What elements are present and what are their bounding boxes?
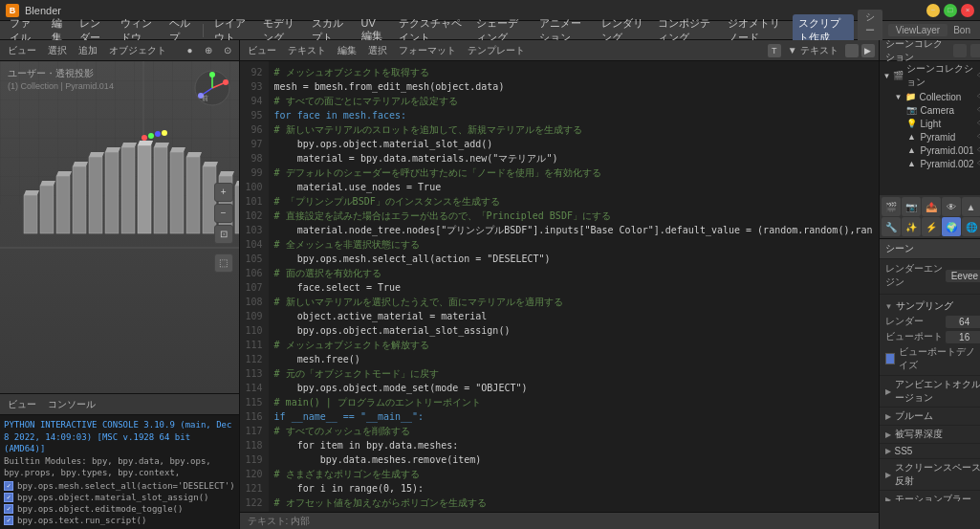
prop-icon-scene[interactable]: 🎬: [882, 197, 901, 216]
editor-select-menu[interactable]: 選択: [364, 43, 391, 58]
console-area: PYTHON INTERACTIVE CONSOLE 3.10.9 (main,…: [0, 414, 239, 529]
menu-bar: ファイル 編集 レンダー ウィンドウ ヘルプ レイアウト モデリング スカルプト…: [0, 21, 980, 40]
tree-item-pyramid002[interactable]: ▲ Pyramid.002 👁: [903, 157, 980, 170]
outliner-search-btn[interactable]: [953, 44, 967, 57]
console-output: PYTHON INTERACTIVE CONSOLE 3.10.9 (main,…: [0, 415, 239, 479]
section-triangle: ▶: [885, 412, 891, 421]
left-panel: ビュー 選択 追加 オブジェクト ● ⊕ ⊙: [0, 40, 240, 529]
sampling-triangle: ▼: [885, 302, 893, 311]
zoom-in-tool[interactable]: +: [214, 183, 233, 202]
viewport-mode-btn[interactable]: ●: [184, 44, 197, 56]
svg-marker-27: [170, 147, 185, 152]
outliner-filter-btn[interactable]: [970, 44, 980, 57]
console-cb-row-1: ✓ bpy.ops.mesh.select_all(action='DESELE…: [4, 481, 235, 491]
prop-icon-modifier[interactable]: 🔧: [882, 217, 901, 236]
tree-icon-collection: 📁: [904, 91, 916, 102]
top-right-label: Bon: [953, 25, 970, 35]
viewport-denoise-label: ビューポートデノイズ: [899, 345, 980, 372]
viewport-overlay-btn[interactable]: ⊕: [201, 44, 216, 56]
prop-icon-world[interactable]: 🌐: [962, 217, 980, 236]
local-view-tool[interactable]: ⬚: [214, 253, 233, 273]
right-panel: シーンコレクション ▼ 🎬 シーンコレクション 👁 ▼ 📁 Collection…: [880, 40, 980, 529]
viewport-label: ユーザー・透視投影 (1) Collection | Pyramid.014: [8, 67, 114, 91]
viewport-bottom-console[interactable]: コンソール: [44, 397, 99, 412]
prop-section-item[interactable]: ▶ スクリーンスペース反射: [880, 459, 980, 491]
viewport-bottom-view[interactable]: ビュー: [4, 397, 40, 412]
line-numbers: 9293949596979899100101102103104105106107…: [240, 61, 269, 512]
ortho-tool[interactable]: ⊡: [214, 225, 233, 244]
zoom-out-tool[interactable]: −: [214, 204, 233, 223]
tree-item-pyramid[interactable]: ▲ Pyramid 👁: [903, 130, 980, 143]
prop-icon-physics[interactable]: ⚡: [922, 217, 941, 236]
svg-marker-19: [40, 181, 55, 186]
section-label: スクリーンスペース反射: [895, 461, 980, 488]
prop-icon-object[interactable]: ▲: [962, 197, 980, 216]
editor-text-menu[interactable]: テキスト: [284, 43, 330, 58]
editor-view-menu[interactable]: ビュー: [244, 43, 280, 58]
section-triangle: ▶: [885, 447, 891, 455]
editor-format-menu[interactable]: フォーマット: [395, 43, 460, 58]
svg-rect-6: [73, 166, 86, 233]
checkbox-3[interactable]: ✓: [4, 504, 13, 514]
sampling-header[interactable]: ▼ サンプリング: [885, 298, 980, 315]
tree-item-light[interactable]: 💡 Light 👁: [903, 117, 980, 130]
editor-edit-menu[interactable]: 編集: [334, 43, 360, 58]
tree-item-collection[interactable]: ▼ 📁 Collection 👁: [891, 90, 980, 103]
code-area[interactable]: 9293949596979899100101102103104105106107…: [240, 61, 879, 512]
render-samples-value[interactable]: 64: [946, 316, 980, 328]
svg-rect-4: [40, 186, 54, 233]
viewport-3d[interactable]: ユーザー・透視投影 (1) Collection | Pyramid.014 前: [0, 61, 239, 393]
render-engine-label: レンダーエンジン: [885, 262, 946, 289]
prop-collapsible-sections: ▶ アンビエントオクルージョン ▶ ブルーム ▶ 被写界深度 ▶ SS5 ▶ ス…: [880, 376, 980, 501]
viewport-toolbar: ビュー 選択 追加 オブジェクト ● ⊕ ⊙: [0, 40, 239, 61]
svg-marker-24: [121, 143, 137, 147]
svg-marker-26: [154, 143, 169, 147]
run-script-btn[interactable]: ▶: [861, 44, 875, 57]
svg-point-43: [209, 72, 215, 77]
prop-icon-scene-active[interactable]: 🌍: [942, 217, 961, 236]
new-text-btn[interactable]: [845, 44, 859, 57]
tree-item-pyramid001[interactable]: ▲ Pyramid.001 👁: [903, 143, 980, 157]
prop-section-item[interactable]: ▶ アンビエントオクルージョン: [880, 376, 980, 408]
editor-template-menu[interactable]: テンプレート: [464, 43, 529, 58]
section-triangle: ▶: [885, 471, 891, 479]
checkbox-4[interactable]: ✓: [4, 516, 13, 525]
viewport-view-menu[interactable]: ビュー: [4, 43, 40, 58]
console-builtin-text: Builtin Modules: bpy, bpy.data, bpy.ops,…: [4, 455, 235, 479]
properties-panel: 🎬 📷 📤 👁 ▲ 🔧 ✨ ⚡ 🌍 🌐 シーン レンダーエンジン Eevee: [880, 195, 980, 501]
viewport-select-menu[interactable]: 選択: [44, 43, 71, 58]
console-history: ✓ bpy.ops.mesh.select_all(action='DESELE…: [0, 479, 239, 529]
prop-icon-output[interactable]: 📤: [922, 197, 941, 216]
editor-toolbar: ビュー テキスト 編集 選択 フォーマット テンプレート T ▼ テキスト ▶: [240, 40, 879, 61]
viewport-denoise-row: ビューポートデノイズ: [885, 345, 980, 372]
tree-icon-pyramid002: ▲: [906, 158, 918, 169]
viewport-gizmo-btn[interactable]: ⊙: [220, 44, 235, 56]
viewport-object-menu[interactable]: オブジェクト: [105, 43, 170, 58]
code-content[interactable]: # メッシュオブジェクトを取得するmesh = bmesh.from_edit_…: [269, 61, 879, 512]
prop-section-item[interactable]: ▶ モーションブラー: [880, 491, 980, 501]
tree-item-camera[interactable]: 📷 Camera 👁: [903, 103, 980, 117]
svg-marker-18: [24, 190, 39, 195]
side-tools: + − ⊡ ⬚: [214, 183, 233, 273]
console-system-text: PYTHON INTERACTIVE CONSOLE 3.10.9 (main,…: [4, 419, 235, 455]
prop-section-item[interactable]: ▶ ブルーム: [880, 408, 980, 426]
viewport-samples-value[interactable]: 16: [946, 331, 980, 343]
viewlayer-selector[interactable]: ViewLayer: [888, 24, 948, 36]
prop-section-item[interactable]: ▶ SS5: [880, 444, 980, 459]
checkbox-1[interactable]: ✓: [4, 481, 13, 491]
editor-status-bar: テキスト: 内部: [240, 512, 879, 529]
prop-icon-particles[interactable]: ✨: [902, 217, 921, 236]
tree-item-scene-collection[interactable]: ▼ 🎬 シーンコレクション 👁: [880, 61, 980, 90]
prop-icon-render[interactable]: 📷: [902, 197, 921, 216]
viewport-denoise-checkbox[interactable]: [885, 353, 896, 364]
text-selector[interactable]: ▼ テキスト: [784, 43, 842, 58]
viewport-add-menu[interactable]: 追加: [75, 43, 101, 58]
checkbox-2[interactable]: ✓: [4, 493, 13, 502]
section-label: アンビエントオクルージョン: [895, 378, 980, 405]
section-label: モーションブラー: [895, 493, 971, 501]
section-triangle: ▶: [885, 496, 891, 502]
svg-marker-22: [89, 152, 104, 157]
render-engine-value[interactable]: Eevee: [946, 270, 980, 282]
prop-section-item[interactable]: ▶ 被写界深度: [880, 426, 980, 444]
prop-icon-view[interactable]: 👁: [942, 197, 961, 216]
